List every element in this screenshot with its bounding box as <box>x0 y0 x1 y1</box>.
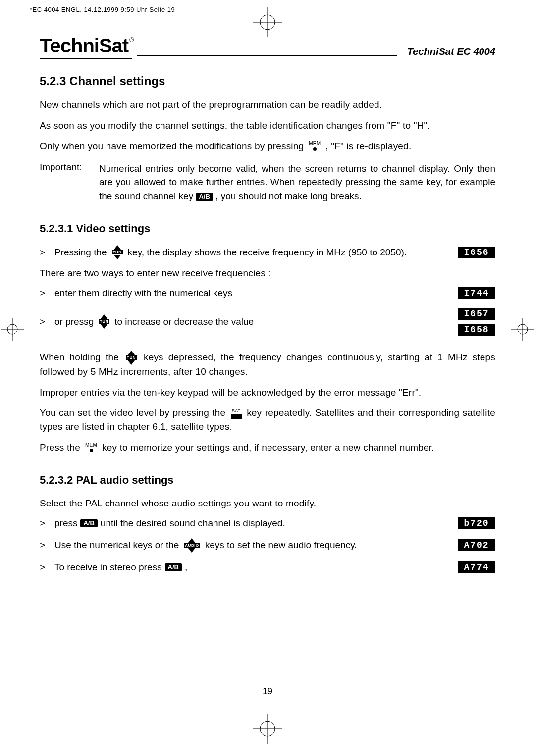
sat-key-block-icon <box>231 414 242 419</box>
tun-key-icon: TUN <box>112 245 123 259</box>
important-note: Important: Numerical entries only become… <box>40 162 495 203</box>
li-stereo-b: , <box>185 562 187 573</box>
para-press-mem-a: Press the <box>40 441 80 454</box>
sat-key-icon: SAT <box>231 408 242 419</box>
display-badge-1658: I658 <box>458 324 495 336</box>
mem-key-dot-icon <box>313 147 317 151</box>
mem-key-label: MEM <box>85 443 97 448</box>
tun-key-label: TUN <box>99 319 109 324</box>
page-number: 19 <box>0 686 535 697</box>
print-header: *EC 4004 ENGL. 14.12.1999 9:59 Uhr Seite… <box>30 6 175 13</box>
ab-key-icon: A/B <box>196 193 213 201</box>
bullet-marker: > <box>40 540 54 551</box>
section-5232-heading: 5.2.3.2 PAL audio settings <box>40 474 495 487</box>
para-two-ways: There are two ways to enter new receive … <box>40 266 495 280</box>
brand-logo-text: TechniSat <box>40 35 128 56</box>
para-video-level-a: You can set the video level by pressing … <box>40 407 225 418</box>
li-pressing: > Pressing the TUN key, the display show… <box>40 245 495 259</box>
model-name: TechniSat EC 4004 <box>407 46 495 59</box>
mem-key-icon: MEM <box>85 443 97 452</box>
li-pressing-text: Pressing the TUN key, the display shows … <box>54 245 458 259</box>
li-pressing-b: key, the display shows the receive frequ… <box>128 247 407 258</box>
crop-mark-top-left <box>5 15 15 25</box>
display-badge-a774: A774 <box>458 561 495 573</box>
para-press-mem: Press the MEM key to memorize your setti… <box>40 441 495 454</box>
section-523-heading: 5.2.3 Channel settings <box>40 74 495 88</box>
li-enter-text: enter them directly with the numerical k… <box>54 288 458 299</box>
registration-mark-bottom-icon <box>250 711 285 746</box>
mem-key-icon: MEM <box>309 141 321 151</box>
li-orpress-a: or pressg <box>54 316 94 327</box>
triangle-down-icon <box>188 548 195 553</box>
bullet-marker: > <box>40 562 54 573</box>
section-5231-heading: 5.2.3.1 Video settings <box>40 222 495 235</box>
para-holding: When holding the TUN keys depressed, the… <box>40 351 495 379</box>
para-improper: Improper entries via the ten-key keypad … <box>40 386 495 400</box>
registration-mark-top-icon <box>250 5 285 40</box>
li-stereo-a: To receive in stereo press <box>54 562 162 573</box>
li-stereo-text: To receive in stereo press A/B , <box>54 562 458 573</box>
tun-key-label: TUN <box>126 355 137 360</box>
registration-mark-right-icon <box>510 317 535 342</box>
li-orpress-b: to increase or decrease the value <box>114 316 254 327</box>
tun-key-icon: TUN <box>99 314 109 329</box>
display-badge-1744: I744 <box>458 287 495 299</box>
li-or-press-text: or pressg TUN to increase or decrease th… <box>54 314 458 329</box>
li-press-ab: > press A/B until the desired sound chan… <box>40 517 495 529</box>
important-body: Numerical entries only become valid, whe… <box>99 162 495 203</box>
ab-key-icon: A/B <box>80 519 97 527</box>
para-select-pal: Select the PAL channel whose audio setti… <box>40 497 495 510</box>
triangle-up-icon <box>128 351 135 355</box>
bullet-marker: > <box>40 247 54 258</box>
registered-mark: ® <box>129 37 133 44</box>
ab-key-icon: A/B <box>165 563 182 571</box>
registration-mark-left-icon <box>0 317 25 342</box>
brand-logo: TechniSat® <box>40 35 132 59</box>
li-use-num-a: Use the numerical keys or the <box>54 540 179 551</box>
important-label: Important: <box>40 162 99 173</box>
li-use-numerical: > Use the numerical keys or the AUDIO ke… <box>40 538 495 553</box>
li-enter-direct: > enter them directly with the numerical… <box>40 287 495 299</box>
li-or-press: > or pressg TUN to increase or decrease … <box>40 308 495 336</box>
bullet-marker: > <box>40 316 54 327</box>
triangle-up-icon <box>114 245 121 250</box>
para-press-mem-b: key to memorize your settings and, if ne… <box>102 441 434 454</box>
important-body-b: , you should not make long breaks. <box>215 191 362 201</box>
li-pressing-a: Pressing the <box>54 247 107 258</box>
header-rule <box>137 55 397 56</box>
triangle-down-icon <box>128 360 135 365</box>
mem-key-dot-icon <box>90 449 93 452</box>
display-badge-1657: I657 <box>458 308 495 320</box>
audio-key-icon: AUDIO <box>184 538 200 553</box>
display-badge-a702: A702 <box>458 539 495 551</box>
sat-key-label: SAT <box>232 408 240 413</box>
para-only-when-b: , "F" is re-displayed. <box>325 139 411 153</box>
triangle-up-icon <box>101 314 107 319</box>
para-modify: As soon as you modify the channel settin… <box>40 119 495 133</box>
crop-mark-bottom-left <box>5 731 15 741</box>
display-badge-1656: I656 <box>458 247 495 258</box>
li-use-num-text: Use the numerical keys or the AUDIO keys… <box>54 538 458 553</box>
triangle-down-icon <box>101 324 107 329</box>
triangle-down-icon <box>114 255 121 259</box>
para-only-when: Only when you have memorized the modific… <box>40 139 495 153</box>
para-video-level: You can set the video level by pressing … <box>40 406 495 433</box>
bullet-marker: > <box>40 288 54 299</box>
page: *EC 4004 ENGL. 14.12.1999 9:59 Uhr Seite… <box>0 0 535 756</box>
li-use-num-b: keys to set the new audio frequency. <box>205 540 357 551</box>
tun-key-icon: TUN <box>126 351 137 365</box>
li-press-ab-a: press <box>54 518 77 529</box>
audio-key-label: AUDIO <box>184 543 200 548</box>
para-only-when-a: Only when you have memorized the modific… <box>40 139 304 153</box>
para-new-channels: New channels which are not part of the p… <box>40 98 495 112</box>
li-press-ab-text: press A/B until the desired sound channe… <box>54 518 458 529</box>
para-holding-a: When holding the <box>40 352 119 362</box>
bullet-marker: > <box>40 518 54 529</box>
li-stereo: > To receive in stereo press A/B , A774 <box>40 561 495 573</box>
triangle-up-icon <box>188 538 195 543</box>
tun-key-label: TUN <box>112 250 123 254</box>
display-badge-b720: b720 <box>458 517 495 529</box>
li-press-ab-b: until the desired sound channel is displ… <box>101 518 285 529</box>
mem-key-label: MEM <box>309 141 321 146</box>
